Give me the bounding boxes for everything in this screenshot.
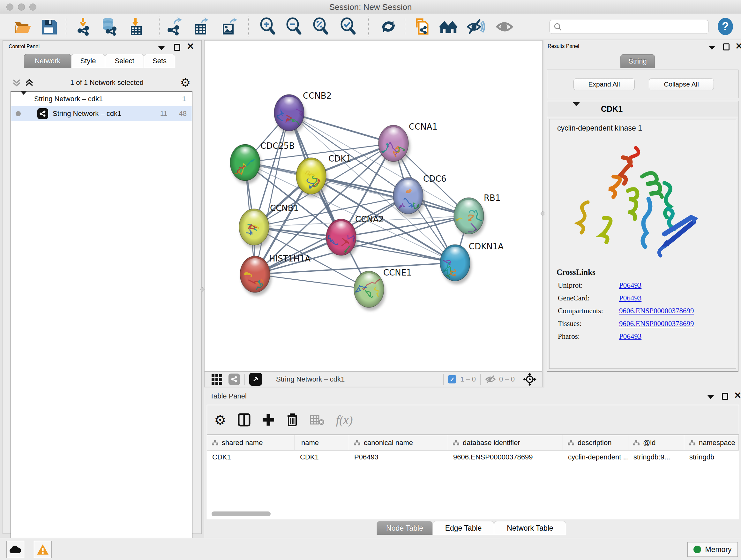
show-graphics-details-icon[interactable]	[495, 17, 514, 36]
control-panel-float-icon[interactable]	[174, 44, 180, 51]
tab-select[interactable]: Select	[105, 54, 144, 68]
tab-sets[interactable]: Sets	[144, 54, 175, 68]
birds-eye-view-icon[interactable]	[212, 374, 222, 385]
first-neighbors-icon[interactable]	[439, 17, 458, 36]
memory-button[interactable]: Memory	[687, 542, 738, 557]
collection-label: String Network – cdk1	[34, 95, 103, 103]
zoom-fit-icon[interactable]	[312, 17, 330, 36]
results-panel-menu-icon[interactable]	[709, 45, 716, 51]
network-canvas[interactable]: CCNB2CCNA1CDC25BCDK1CDC6RB1CCNB1CCNA2CDK…	[204, 40, 542, 372]
export-table-icon[interactable]	[192, 17, 210, 36]
export-network-icon[interactable]	[165, 17, 183, 36]
crosslink-link[interactable]: P06493	[619, 332, 642, 341]
table-cell[interactable]: P06493	[349, 450, 448, 464]
expand-all-networks-icon[interactable]	[12, 78, 21, 87]
collapse-all-networks-icon[interactable]	[25, 78, 33, 87]
clone-network-icon[interactable]	[412, 17, 431, 36]
protein-section-body: cyclin-dependent kinase 1	[549, 119, 736, 369]
crosslink-row: Pharos:P06493	[558, 332, 736, 341]
results-panel-close-icon[interactable]: ✕	[735, 43, 741, 50]
tab-string[interactable]: String	[620, 54, 655, 68]
table-cell[interactable]: 9606.ENSP00000378699	[448, 450, 563, 464]
zoom-in-icon[interactable]	[259, 17, 277, 36]
column-header-namespace[interactable]: namespace	[684, 435, 739, 450]
network-edge[interactable]	[341, 237, 455, 263]
table-cell[interactable]: cyclin-dependent ...	[563, 450, 628, 464]
column-header--id[interactable]: @id	[628, 435, 684, 450]
crosslink-link[interactable]: 9606.ENSP00000378699	[619, 307, 694, 315]
column-header-canonical-name[interactable]: canonical name	[349, 435, 448, 450]
table-panel-float-icon[interactable]	[722, 393, 728, 400]
control-panel-close-icon[interactable]: ✕	[187, 43, 194, 50]
tab-node-table[interactable]: Node Table	[377, 521, 433, 535]
table-cell[interactable]: CDK1	[295, 450, 349, 464]
column-header-database-identifier[interactable]: database identifier	[448, 435, 563, 450]
detach-view-icon[interactable]	[249, 373, 262, 386]
control-panel-menu-icon[interactable]	[158, 45, 165, 51]
cloud-status-icon[interactable]	[6, 541, 24, 558]
import-network-database-icon[interactable]	[100, 17, 119, 36]
apply-layout-icon[interactable]	[379, 17, 398, 36]
open-file-icon[interactable]	[13, 17, 31, 36]
network-type-icon	[37, 108, 48, 119]
table-options-gear-icon[interactable]: ⚙	[214, 412, 226, 428]
left-splitter-handle[interactable]	[200, 287, 205, 292]
column-header-description[interactable]: description	[563, 435, 628, 450]
table-cell[interactable]: stringdb:9...	[628, 450, 684, 464]
network-node-rb1[interactable]	[449, 198, 485, 237]
network-edge[interactable]	[255, 274, 369, 289]
network-node-ccna2[interactable]	[326, 219, 358, 259]
hide-selected-icon[interactable]	[467, 17, 485, 36]
protein-expand-icon[interactable]	[573, 106, 580, 112]
show-columns-icon[interactable]	[238, 413, 251, 427]
search-input[interactable]	[562, 23, 699, 30]
tab-network-table[interactable]: Network Table	[494, 521, 566, 535]
network-node-cdk1[interactable]	[296, 158, 328, 197]
warning-status-icon[interactable]	[34, 541, 52, 558]
selected-checkbox-icon[interactable]: ✓	[448, 375, 456, 383]
table-cell[interactable]: CDK1	[207, 450, 295, 464]
network-edge[interactable]	[255, 263, 455, 274]
import-network-icon[interactable]	[74, 17, 92, 36]
save-session-icon[interactable]	[40, 17, 58, 36]
results-panel-float-icon[interactable]	[723, 44, 730, 51]
crosslink-link[interactable]: 9606.ENSP00000378699	[619, 320, 694, 328]
network-overview-icon[interactable]	[228, 374, 240, 385]
table-row[interactable]: CDK1CDK1P064939606.ENSP00000378699cyclin…	[207, 450, 739, 464]
table-panel-close-icon[interactable]: ✕	[734, 392, 741, 399]
column-header-name[interactable]: name	[295, 435, 349, 450]
network-node-hist1h1a[interactable]	[240, 256, 272, 296]
zoom-out-icon[interactable]	[285, 17, 303, 36]
collapse-all-button[interactable]: Collapse All	[649, 78, 714, 90]
network-node-ccnb1[interactable]	[239, 209, 271, 248]
network-node-cdkn1a[interactable]	[440, 245, 472, 284]
crosslinks-list: Uniprot:P06493GeneCard:P06493Compartment…	[549, 281, 736, 341]
network-node-ccnb2[interactable]	[274, 95, 306, 134]
network-graph[interactable]: CCNB2CCNA1CDC25BCDK1CDC6RB1CCNB1CCNA2CDK…	[205, 41, 542, 371]
collection-expand-icon[interactable]	[20, 95, 27, 103]
network-collection-row[interactable]: String Network – cdk1 1	[11, 91, 192, 106]
table-horizontal-scrollbar[interactable]	[212, 511, 271, 516]
table-cell[interactable]: stringdb	[684, 450, 739, 464]
network-node-cdc25b[interactable]	[230, 144, 262, 184]
tab-style[interactable]: Style	[71, 54, 105, 68]
protein-section-header[interactable]: CDK1	[547, 101, 738, 117]
column-header-shared-name[interactable]: shared name	[207, 435, 295, 450]
export-image-icon[interactable]	[219, 17, 238, 36]
expand-all-button[interactable]: Expand All	[574, 78, 635, 90]
add-column-icon[interactable]	[262, 414, 275, 426]
crosslink-link[interactable]: P06493	[619, 294, 642, 302]
import-table-icon[interactable]	[126, 17, 145, 36]
delete-column-icon[interactable]	[286, 413, 298, 427]
network-options-gear-icon[interactable]: ⚙	[180, 78, 191, 87]
network-node-ccne1[interactable]	[354, 271, 386, 311]
network-row[interactable]: String Network – cdk1 11 48	[11, 106, 192, 121]
zoom-selected-icon[interactable]	[339, 17, 357, 36]
crosslink-link[interactable]: P06493	[619, 281, 642, 290]
help-icon[interactable]: ?	[718, 17, 733, 36]
tab-edge-table[interactable]: Edge Table	[433, 521, 494, 535]
fit-content-icon[interactable]	[523, 373, 536, 386]
network-node-ccna1[interactable]	[379, 125, 410, 165]
table-panel-menu-icon[interactable]	[707, 394, 714, 400]
tab-network[interactable]: Network	[24, 54, 71, 68]
